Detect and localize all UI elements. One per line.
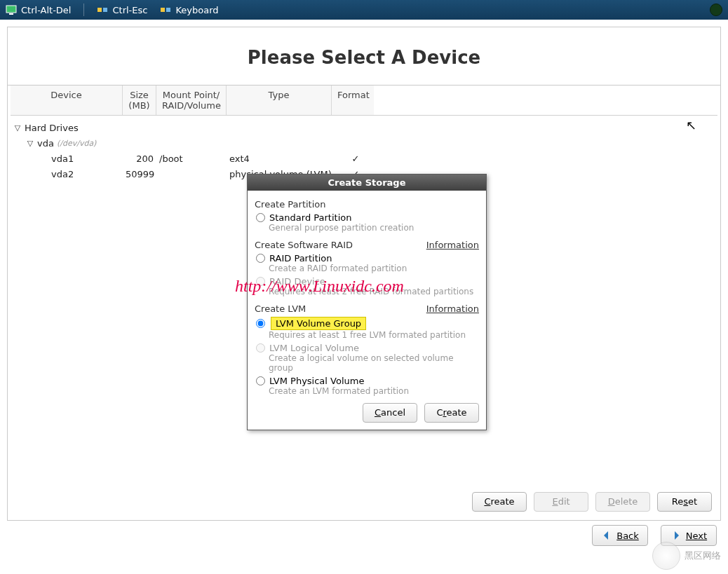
section-label: Create LVM bbox=[255, 303, 306, 314]
radio-input[interactable] bbox=[256, 376, 265, 385]
radio-label: LVM Physical Volume bbox=[269, 376, 364, 386]
radio-input bbox=[256, 343, 265, 353]
svg-rect-0 bbox=[6, 6, 16, 13]
create-storage-dialog: Create Storage Create Partition Standard… bbox=[247, 174, 487, 430]
radio-lvm-physical-volume[interactable]: LVM Physical Volume bbox=[256, 376, 479, 386]
col-type[interactable]: Type bbox=[227, 86, 332, 115]
back-button[interactable]: Back bbox=[592, 525, 648, 546]
radio-subtext: Requires at least 1 free LVM formated pa… bbox=[269, 330, 479, 340]
partition-name: vda1 bbox=[51, 153, 74, 164]
arrow-right-icon bbox=[670, 530, 682, 541]
radio-subtext: Create an LVM formated partition bbox=[269, 386, 479, 396]
radio-input[interactable] bbox=[256, 213, 265, 222]
vm-toolbar: Ctrl-Alt-Del Ctrl-Esc Keyboard bbox=[0, 0, 728, 20]
radio-label: RAID Device bbox=[269, 276, 325, 287]
toolbar-ctrl-alt-del[interactable]: Ctrl-Alt-Del bbox=[6, 4, 71, 15]
information-link[interactable]: Information bbox=[426, 240, 479, 250]
radio-lvm-logical-volume: LVM Logical Volume bbox=[256, 343, 479, 353]
toolbar-ctrl-esc[interactable]: Ctrl-Esc bbox=[97, 4, 147, 15]
section-label: Create Partition bbox=[255, 199, 326, 210]
col-mount[interactable]: Mount Point/ RAID/Volume bbox=[156, 86, 227, 115]
radio-raid-device: RAID Device bbox=[256, 276, 479, 287]
next-label: Next bbox=[686, 531, 707, 541]
radio-input[interactable] bbox=[256, 319, 265, 328]
section-create-lvm: Create LVMInformation bbox=[255, 299, 479, 314]
tree-label: vda bbox=[37, 138, 54, 149]
device-path: (/dev/vda) bbox=[57, 139, 97, 148]
keys-icon bbox=[160, 4, 171, 15]
radio-subtext: General purpose partition creation bbox=[269, 223, 479, 233]
arrow-left-icon bbox=[601, 530, 612, 541]
radio-input[interactable] bbox=[256, 254, 265, 263]
cancel-button[interactable]: Cancel bbox=[363, 403, 417, 423]
dialog-buttons: Cancel Create bbox=[255, 403, 479, 423]
toolbar-keyboard[interactable]: Keyboard bbox=[160, 4, 218, 15]
col-device[interactable]: Device bbox=[11, 86, 123, 115]
section-create-raid: Create Software RAIDInformation bbox=[255, 235, 479, 250]
page-title: Please Select A Device bbox=[8, 27, 720, 86]
device-table: Device Size (MB) Mount Point/ RAID/Volum… bbox=[8, 86, 720, 182]
radio-label: RAID Partition bbox=[269, 253, 332, 264]
partition-type: ext4 bbox=[229, 153, 335, 164]
information-link[interactable]: Information bbox=[426, 303, 479, 314]
bottom-watermark: 黑区网络 bbox=[652, 542, 721, 570]
monitor-icon bbox=[6, 4, 17, 15]
svg-rect-2 bbox=[97, 8, 102, 12]
svg-rect-1 bbox=[9, 13, 13, 15]
watermark-label: 黑区网络 bbox=[685, 549, 721, 562]
tree-hard-drives[interactable]: ▽Hard Drives bbox=[13, 120, 715, 135]
partition-name: vda2 bbox=[51, 169, 74, 179]
radio-label: LVM Logical Volume bbox=[269, 343, 359, 353]
tree-vda[interactable]: ▽vda (/dev/vda) bbox=[13, 135, 715, 151]
next-button[interactable]: Next bbox=[661, 525, 717, 546]
section-create-partition: Create Partition bbox=[255, 195, 479, 210]
radio-label: Standard Partition bbox=[269, 212, 351, 223]
toolbar-label: Ctrl-Alt-Del bbox=[21, 5, 71, 15]
main-buttons: Create Edit Delete Reset bbox=[472, 492, 712, 512]
toolbar-label: Keyboard bbox=[175, 5, 218, 15]
radio-lvm-volume-group[interactable]: LVM Volume Group bbox=[256, 317, 479, 330]
reset-button[interactable]: Reset bbox=[657, 492, 712, 512]
radio-label: LVM Volume Group bbox=[271, 317, 366, 330]
expander-icon[interactable]: ▽ bbox=[13, 123, 22, 132]
radio-subtext: Create a RAID formated partition bbox=[269, 264, 479, 273]
expander-icon[interactable]: ▽ bbox=[26, 139, 34, 148]
edit-button: Edit bbox=[534, 492, 588, 512]
radio-standard-partition[interactable]: Standard Partition bbox=[256, 212, 479, 223]
back-label: Back bbox=[616, 531, 639, 541]
dialog-create-button[interactable]: Create bbox=[424, 403, 479, 423]
svg-rect-5 bbox=[166, 8, 170, 12]
col-format[interactable]: Format bbox=[332, 86, 374, 115]
radio-raid-partition[interactable]: RAID Partition bbox=[256, 253, 479, 264]
device-tree: ▽Hard Drives ▽vda (/dev/vda) vda1 200 /b… bbox=[11, 116, 717, 182]
keys-icon bbox=[97, 4, 108, 15]
checkmark-icon: ✓ bbox=[335, 153, 377, 164]
table-headers: Device Size (MB) Mount Point/ RAID/Volum… bbox=[11, 86, 717, 116]
nav-buttons: Back Next bbox=[592, 525, 717, 546]
svg-rect-3 bbox=[103, 8, 107, 12]
partition-size: 50999 bbox=[126, 169, 159, 179]
tree-label: Hard Drives bbox=[25, 123, 79, 133]
svg-rect-4 bbox=[161, 8, 165, 12]
create-button[interactable]: Create bbox=[472, 492, 527, 512]
radio-input bbox=[256, 277, 265, 286]
dialog-title: Create Storage bbox=[248, 175, 486, 191]
toolbar-label: Ctrl-Esc bbox=[112, 5, 147, 15]
dialog-body: Create Partition Standard Partition Gene… bbox=[248, 191, 486, 430]
radio-subtext: Requires at least 2 free RAID formated p… bbox=[269, 287, 479, 296]
partition-size: 200 bbox=[126, 153, 159, 164]
tree-vda1[interactable]: vda1 200 /boot ext4 ✓ bbox=[13, 151, 715, 166]
radio-subtext: Create a logical volume on selected volu… bbox=[269, 353, 479, 373]
mushroom-icon bbox=[652, 542, 680, 570]
partition-mount: /boot bbox=[159, 153, 229, 164]
col-size[interactable]: Size (MB) bbox=[123, 86, 156, 115]
separator bbox=[83, 4, 84, 16]
status-sphere-icon bbox=[710, 4, 722, 16]
delete-button: Delete bbox=[595, 492, 650, 512]
section-label: Create Software RAID bbox=[255, 240, 353, 250]
